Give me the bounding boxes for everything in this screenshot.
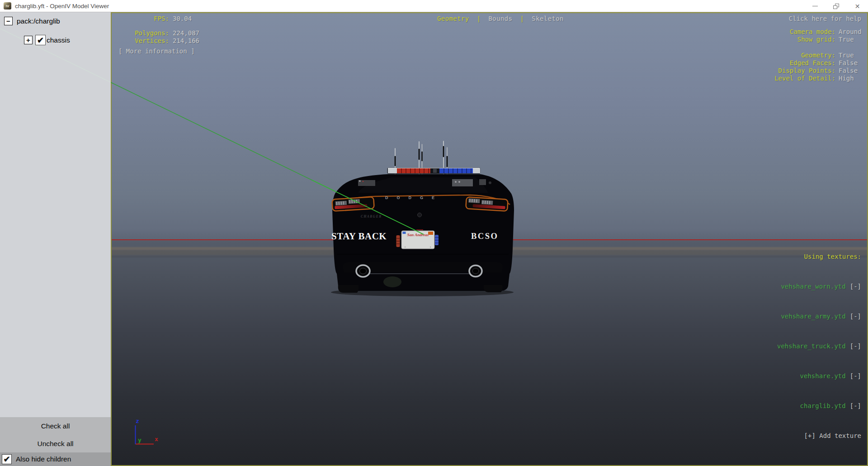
stay-back-decal: STAY BACK bbox=[331, 231, 387, 242]
charger-lettering: CHARGER bbox=[361, 214, 382, 219]
tree-root-row: − pack:/charglib bbox=[4, 17, 60, 25]
texture-item: charglib.ytd[-] bbox=[777, 401, 861, 411]
left-wheel bbox=[338, 285, 359, 293]
police-lightbar-icon bbox=[387, 168, 480, 174]
z-axis-label: z bbox=[136, 418, 139, 424]
tree-chassis-row: + ✔ chassis bbox=[24, 35, 70, 45]
textures-header: Using textures: bbox=[777, 252, 861, 262]
texture-name[interactable]: vehshare.ytd bbox=[800, 372, 846, 380]
right-wheel bbox=[484, 285, 503, 292]
also-hide-children-checkbox[interactable]: ✔ bbox=[2, 454, 12, 464]
tab-skeleton[interactable]: Skeleton bbox=[532, 15, 564, 22]
texture-name[interactable]: vehshare_truck.ytd bbox=[777, 342, 846, 350]
svg-text:San Andreas: San Andreas bbox=[407, 233, 429, 237]
check-all-button[interactable]: Check all bbox=[0, 417, 111, 435]
fps-readout: FPS:30.04 bbox=[118, 15, 192, 22]
axis-gizmo: z y x bbox=[132, 416, 164, 454]
model-viewport[interactable]: DODGE CHARGER STAY BACK BCSO San Andreas bbox=[111, 12, 868, 466]
remove-texture-button[interactable]: [-] bbox=[850, 402, 861, 409]
remove-texture-button[interactable]: [-] bbox=[850, 372, 861, 380]
expand-expander-icon[interactable]: + bbox=[24, 36, 33, 44]
also-hide-children-row: ✔ Also hide children bbox=[0, 452, 111, 466]
tree-actions: Check all Uncheck all bbox=[0, 417, 111, 452]
vertices-readout: Vertices:214,166 bbox=[118, 37, 199, 44]
bcso-decal: BCSO bbox=[471, 232, 498, 241]
x-axis-label: x bbox=[155, 436, 158, 442]
left-taillight bbox=[332, 197, 374, 211]
texture-name[interactable]: charglib.ytd bbox=[800, 402, 846, 409]
tree-chassis-label[interactable]: chassis bbox=[47, 36, 70, 44]
add-texture-button[interactable]: [+] Add texture bbox=[777, 431, 861, 441]
texture-item: vehshare.ytd[-] bbox=[777, 371, 861, 381]
viewer-settings-panel: Click here for help Camera mode: Around … bbox=[774, 15, 861, 82]
titlebar: IV charglib.yft - OpenIV Model Viewer ✕ bbox=[0, 0, 868, 12]
texture-name[interactable]: vehshare_army.ytd bbox=[781, 313, 845, 320]
texture-item: vehshare_army.ytd[-] bbox=[777, 311, 861, 321]
openiv-logo-icon: IV bbox=[4, 2, 11, 10]
display-points-label: Display Points: bbox=[774, 67, 835, 75]
window-controls: ✕ bbox=[804, 0, 868, 12]
display-points-value[interactable]: False bbox=[839, 67, 861, 75]
model-tree-sidebar: − pack:/charglib + ✔ chassis Check all U… bbox=[0, 12, 111, 466]
tab-geometry[interactable]: Geometry bbox=[437, 15, 469, 22]
texture-list: Using textures: vehshare_worn.ytd[-] veh… bbox=[777, 232, 861, 461]
tab-separator: | bbox=[469, 15, 489, 22]
polygons-readout: Polygons:224,087 bbox=[118, 29, 199, 37]
right-taillight bbox=[466, 197, 508, 211]
geometry-label: Geometry: bbox=[774, 52, 835, 59]
remove-texture-button[interactable]: [-] bbox=[850, 283, 861, 290]
level-of-detail-label: Level of Detail: bbox=[774, 75, 835, 82]
close-icon: ✕ bbox=[855, 3, 860, 10]
tree-root-label[interactable]: pack:/charglib bbox=[17, 17, 60, 25]
openiv-model-viewer-window: DODGE CHARGER STAY BACK BCSO San Andreas bbox=[0, 0, 868, 466]
collapse-expander-icon[interactable]: − bbox=[4, 17, 13, 25]
help-link[interactable]: Click here for help bbox=[774, 15, 861, 22]
dodge-badge bbox=[418, 213, 422, 217]
view-mode-tabs: Geometry | Bounds | Skeleton bbox=[437, 15, 564, 22]
tab-bounds[interactable]: Bounds bbox=[488, 15, 512, 22]
license-plate: San Andreas bbox=[401, 231, 434, 249]
geometry-value[interactable]: True bbox=[839, 52, 861, 59]
texture-item: vehshare_truck.ytd[-] bbox=[777, 341, 861, 351]
close-button[interactable]: ✕ bbox=[847, 0, 868, 12]
edged-faces-value[interactable]: False bbox=[839, 59, 861, 67]
tab-separator: | bbox=[512, 15, 532, 22]
remove-texture-button[interactable]: [-] bbox=[850, 313, 861, 320]
y-axis-label: y bbox=[138, 437, 142, 443]
restore-icon bbox=[833, 4, 839, 9]
minimize-icon bbox=[812, 6, 818, 6]
also-hide-children-label: Also hide children bbox=[16, 455, 71, 463]
camera-mode-value[interactable]: Around bbox=[839, 28, 861, 36]
vehicle-model: DODGE CHARGER STAY BACK BCSO San Andreas bbox=[316, 136, 529, 299]
edged-faces-label: Edged Faces: bbox=[774, 59, 835, 67]
restore-button[interactable] bbox=[826, 0, 847, 12]
minimize-button[interactable] bbox=[804, 0, 826, 12]
window-title: charglib.yft - OpenIV Model Viewer bbox=[15, 3, 109, 10]
show-grid-value[interactable]: True bbox=[839, 36, 861, 43]
level-of-detail-value[interactable]: High bbox=[839, 75, 861, 82]
dodge-lettering: DODGE bbox=[385, 195, 443, 200]
texture-item: vehshare_worn.ytd[-] bbox=[777, 281, 861, 291]
remove-texture-button[interactable]: [-] bbox=[850, 342, 861, 350]
uncheck-all-button[interactable]: Uncheck all bbox=[0, 435, 111, 452]
more-information-link[interactable]: [ More information ] bbox=[118, 48, 195, 55]
texture-name[interactable]: vehshare_worn.ytd bbox=[781, 283, 845, 290]
show-grid-label: Show grid: bbox=[774, 36, 835, 43]
camera-mode-label: Camera mode: bbox=[774, 28, 835, 36]
chassis-checkbox[interactable]: ✔ bbox=[35, 35, 46, 45]
